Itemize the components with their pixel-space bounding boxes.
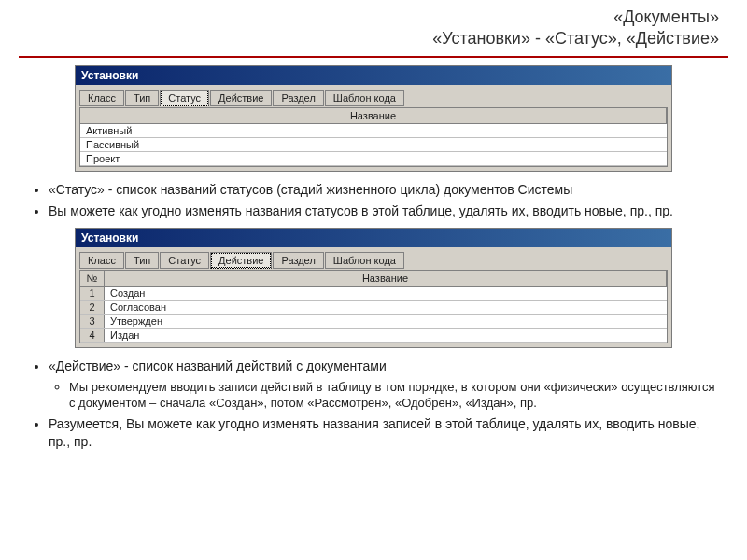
description-block-1: «Статус» - список названий статусов (ста… xyxy=(28,181,719,220)
settings-window-action: Установки Класс Тип Статус Действие Разд… xyxy=(75,228,672,348)
table-row[interactable]: 2 Согласован xyxy=(80,301,667,315)
window-title: Установки xyxy=(76,66,671,85)
cell-value: Создан xyxy=(105,287,667,300)
tab-status[interactable]: Статус xyxy=(160,90,209,106)
cell-value: Согласован xyxy=(105,301,667,314)
grid-header-row: № Название xyxy=(80,271,667,287)
col-name[interactable]: Название xyxy=(105,271,667,286)
sub-bullet: Мы рекомендуем вводить записи действий в… xyxy=(69,379,719,412)
slide-header: «Документы» «Установки» - «Статус», «Дей… xyxy=(0,0,747,52)
tab-action[interactable]: Действие xyxy=(210,90,272,106)
col-index[interactable]: № xyxy=(80,271,105,286)
cell-value: Пассивный xyxy=(80,138,667,151)
table-row[interactable]: 3 Утвержден xyxy=(80,315,667,329)
cell-value: Активный xyxy=(80,124,667,137)
window-title: Установки xyxy=(76,229,671,247)
col-name[interactable]: Название xyxy=(80,108,667,123)
table-row[interactable]: 4 Издан xyxy=(80,329,667,343)
grid-header-row: Название xyxy=(80,108,667,124)
bullet-text: «Действие» - список названий действий с … xyxy=(49,358,387,373)
bullet: «Действие» - список названий действий с … xyxy=(49,357,719,412)
description-block-2: «Действие» - список названий действий с … xyxy=(28,357,719,451)
bullet: Вы можете как угодно изменять названия с… xyxy=(49,203,719,220)
row-index: 2 xyxy=(80,301,105,314)
table-row[interactable]: Проект xyxy=(80,152,667,166)
table-row[interactable]: 1 Создан xyxy=(80,287,667,301)
tab-class[interactable]: Класс xyxy=(79,252,124,269)
tab-bar: Класс Тип Статус Действие Раздел Шаблон … xyxy=(76,85,671,105)
tab-code-template[interactable]: Шаблон кода xyxy=(325,252,404,269)
settings-window-status: Установки Класс Тип Статус Действие Разд… xyxy=(75,65,672,172)
row-index: 4 xyxy=(80,329,105,342)
action-grid: № Название 1 Создан 2 Согласован 3 Утвер… xyxy=(79,270,668,343)
tab-section[interactable]: Раздел xyxy=(273,252,323,269)
cell-value: Проект xyxy=(80,152,667,165)
row-index: 1 xyxy=(80,287,105,300)
tab-section[interactable]: Раздел xyxy=(273,90,323,106)
cell-value: Утвержден xyxy=(105,315,667,328)
tab-code-template[interactable]: Шаблон кода xyxy=(325,90,404,106)
tab-action[interactable]: Действие xyxy=(210,252,272,269)
header-line2: «Установки» - «Статус», «Действие» xyxy=(28,29,719,49)
cell-value: Издан xyxy=(105,329,667,342)
table-row[interactable]: Активный xyxy=(80,124,667,138)
row-index: 3 xyxy=(80,315,105,328)
tab-bar: Класс Тип Статус Действие Раздел Шаблон … xyxy=(76,247,671,268)
table-row[interactable]: Пассивный xyxy=(80,138,667,152)
divider xyxy=(19,56,728,58)
tab-type[interactable]: Тип xyxy=(125,252,159,269)
tab-class[interactable]: Класс xyxy=(79,90,124,106)
bullet: «Статус» - список названий статусов (ста… xyxy=(49,181,719,199)
status-grid: Название Активный Пассивный Проект xyxy=(79,107,668,167)
header-line1: «Документы» xyxy=(28,7,719,27)
bullet: Разумеется, Вы можете как угодно изменят… xyxy=(49,415,719,451)
tab-type[interactable]: Тип xyxy=(125,90,159,106)
tab-status[interactable]: Статус xyxy=(160,252,209,269)
